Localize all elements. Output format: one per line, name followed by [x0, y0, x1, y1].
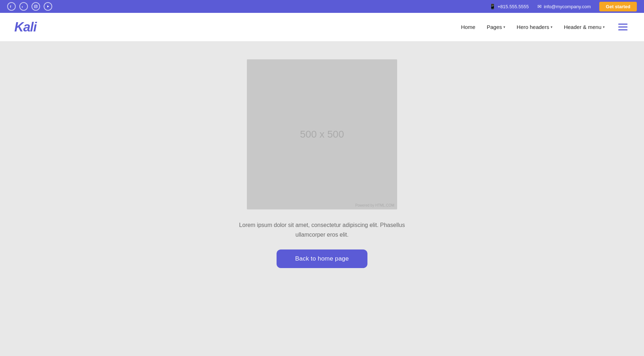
- nav-header-menu[interactable]: Header & menu ▾: [564, 24, 605, 30]
- svg-point-3: [35, 6, 36, 7]
- nav-pages[interactable]: Pages ▾: [487, 24, 506, 30]
- main-content: 500 x 500 Powered by HTML.COM Lorem ipsu…: [0, 41, 644, 335]
- hamburger-menu[interactable]: [616, 21, 630, 33]
- email-icon: ✉: [537, 4, 542, 9]
- svg-text:t: t: [22, 5, 23, 8]
- youtube-icon[interactable]: [44, 2, 52, 11]
- main-nav: Home Pages ▾ Hero headers ▾ Header & men…: [461, 21, 630, 33]
- svg-point-4: [36, 5, 37, 6]
- get-started-button[interactable]: Get started: [599, 2, 637, 11]
- hamburger-line: [618, 29, 628, 30]
- instagram-icon[interactable]: [31, 2, 40, 11]
- main-header: Kali Home Pages ▾ Hero headers ▾ Header …: [0, 13, 644, 41]
- phone-number: +815.555.5555: [498, 4, 529, 9]
- email-contact: ✉ info@mycompany.com: [537, 4, 591, 9]
- chevron-down-icon: ▾: [551, 25, 552, 29]
- phone-icon: 📱: [489, 4, 496, 9]
- image-size-label: 500 x 500: [300, 129, 344, 140]
- email-address: info@mycompany.com: [544, 4, 591, 9]
- social-links: f t: [7, 2, 52, 11]
- contact-info: 📱 +815.555.5555 ✉ info@mycompany.com Get…: [489, 2, 637, 11]
- powered-by-label: Powered by HTML.COM: [247, 201, 397, 209]
- phone-contact: 📱 +815.555.5555: [489, 4, 529, 9]
- site-logo[interactable]: Kali: [14, 20, 36, 35]
- nav-hero-headers[interactable]: Hero headers ▾: [517, 24, 552, 30]
- hamburger-line: [618, 24, 628, 25]
- back-to-home-button[interactable]: Back to home page: [277, 249, 367, 268]
- svg-text:f: f: [10, 5, 11, 8]
- twitter-icon[interactable]: t: [19, 2, 28, 11]
- svg-marker-5: [47, 5, 49, 8]
- facebook-icon[interactable]: f: [7, 2, 16, 11]
- nav-home[interactable]: Home: [461, 24, 475, 30]
- placeholder-image: 500 x 500 Powered by HTML.COM: [247, 59, 397, 209]
- page-description: Lorem ipsum dolor sit amet, consectetur …: [229, 220, 415, 239]
- top-bar: f t 📱 +815.555.5555 ✉ info: [0, 0, 644, 13]
- chevron-down-icon: ▾: [503, 25, 505, 29]
- hamburger-line: [618, 26, 628, 28]
- chevron-down-icon: ▾: [603, 25, 605, 29]
